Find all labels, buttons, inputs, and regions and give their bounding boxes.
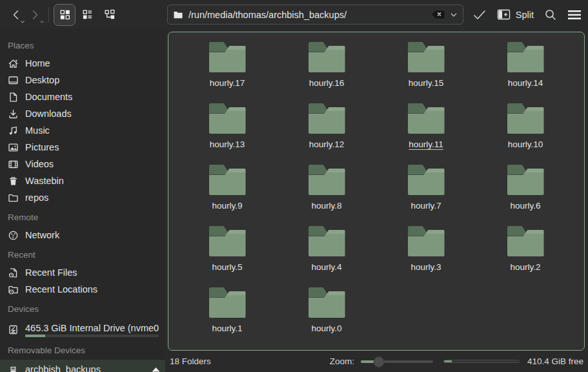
clear-address-icon[interactable] xyxy=(431,10,445,19)
sidebar-item-label: Recent Files xyxy=(25,267,159,278)
sidebar-item-label: repos xyxy=(25,192,159,203)
folder-icon xyxy=(408,165,445,195)
sidebar-item-label: archbish_backups xyxy=(25,364,133,372)
folder-item-hourly-3[interactable]: hourly.3 xyxy=(376,224,476,285)
compact-view-button[interactable] xyxy=(77,4,98,26)
details-view-button[interactable] xyxy=(99,4,121,26)
sidebar-item-465-3-gib-internal-drive-nvme0n1[interactable]: 465.3 GiB Internal Drive (nvme0n1... xyxy=(0,318,165,339)
sidebar-item-label: Home xyxy=(25,58,159,68)
compact-view-icon xyxy=(81,8,94,21)
address-bar[interactable]: /run/media/thomas/archbish_backups/ xyxy=(167,5,463,25)
videos-icon xyxy=(8,159,19,170)
terminal-toggle-check-icon[interactable] xyxy=(472,9,487,21)
split-view-icon xyxy=(497,9,511,20)
address-dropdown-icon[interactable] xyxy=(450,12,458,17)
folder-item-hourly-10[interactable]: hourly.10 xyxy=(476,101,575,163)
folder-icon xyxy=(209,103,246,134)
split-button[interactable]: Split xyxy=(497,9,534,20)
sidebar-item-archbish-backups[interactable]: archbish_backups xyxy=(0,360,165,372)
folder-item-hourly-16[interactable]: hourly.16 xyxy=(277,40,376,101)
folder-view[interactable]: hourly.17hourly.16hourly.15hourly.14hour… xyxy=(168,32,585,351)
recent-locations-icon xyxy=(8,284,19,295)
split-button-label: Split xyxy=(516,10,534,20)
folder-item-hourly-5[interactable]: hourly.5 xyxy=(177,224,277,285)
hamburger-menu-icon[interactable] xyxy=(567,10,582,20)
sidebar-item-repos[interactable]: repos xyxy=(0,189,165,206)
folder-label: hourly.0 xyxy=(311,324,341,333)
sidebar-item-recent-locations[interactable]: Recent Locations xyxy=(0,281,165,298)
folder-item-hourly-7[interactable]: hourly.7 xyxy=(376,163,476,224)
folder-icon xyxy=(408,103,445,134)
back-button[interactable] xyxy=(6,5,25,25)
eject-button[interactable] xyxy=(146,362,165,372)
folder-icon xyxy=(309,42,345,72)
folder-item-hourly-1[interactable]: hourly.1 xyxy=(177,285,277,347)
folder-item-hourly-9[interactable]: hourly.9 xyxy=(177,163,277,224)
downloads-icon xyxy=(8,108,19,119)
folder-label: hourly.14 xyxy=(508,78,543,88)
pictures-icon xyxy=(8,142,19,153)
home-icon xyxy=(8,58,19,69)
sidebar-item-label: Pictures xyxy=(25,142,159,152)
toolbar-separator xyxy=(48,7,49,23)
search-icon[interactable] xyxy=(544,8,557,21)
folder-icon xyxy=(507,42,544,72)
folder-item-hourly-11[interactable]: hourly.11 xyxy=(376,101,476,163)
sidebar-item-label: Desktop xyxy=(25,75,159,85)
sidebar-item-recent-files[interactable]: Recent Files xyxy=(0,264,165,281)
toolbar: /run/media/thomas/archbish_backups/ Spli… xyxy=(0,0,588,29)
folder-icon xyxy=(8,192,19,203)
sidebar: PlacesHomeDesktopDocumentsDownloadsMusic… xyxy=(0,29,165,372)
zoom-slider[interactable] xyxy=(361,356,433,367)
forward-history-caret-icon[interactable] xyxy=(39,20,45,24)
folder-item-hourly-13[interactable]: hourly.13 xyxy=(177,101,277,163)
capacity-meter xyxy=(25,335,159,337)
folder-label: hourly.9 xyxy=(212,201,242,211)
folder-icon xyxy=(209,226,246,256)
sidebar-item-label: Documents xyxy=(25,92,159,102)
address-text[interactable]: /run/media/thomas/archbish_backups/ xyxy=(188,10,426,20)
wastebin-icon xyxy=(8,176,19,187)
folder-item-hourly-6[interactable]: hourly.6 xyxy=(476,163,575,224)
sidebar-item-wastebin[interactable]: Wastebin xyxy=(0,172,165,189)
section-header-places: Places xyxy=(0,34,165,55)
folder-item-hourly-15[interactable]: hourly.15 xyxy=(376,40,476,101)
back-history-caret-icon[interactable] xyxy=(20,20,25,24)
folder-label: hourly.5 xyxy=(212,262,242,272)
folder-item-hourly-2[interactable]: hourly.2 xyxy=(476,224,575,285)
sidebar-item-desktop[interactable]: Desktop xyxy=(0,72,165,88)
folder-item-hourly-12[interactable]: hourly.12 xyxy=(277,101,376,163)
folder-item-hourly-17[interactable]: hourly.17 xyxy=(177,40,277,101)
sidebar-item-videos[interactable]: Videos xyxy=(0,156,165,172)
sidebar-item-documents[interactable]: Documents xyxy=(0,88,165,105)
folder-item-hourly-8[interactable]: hourly.8 xyxy=(277,163,376,224)
folder-label: hourly.2 xyxy=(510,262,540,272)
folder-label: hourly.16 xyxy=(309,78,345,88)
folder-item-hourly-14[interactable]: hourly.14 xyxy=(476,40,575,101)
folder-item-hourly-4[interactable]: hourly.4 xyxy=(277,224,376,285)
section-header-devices: Devices xyxy=(0,298,165,318)
sidebar-item-downloads[interactable]: Downloads xyxy=(0,105,165,122)
folder-label: hourly.10 xyxy=(508,140,543,149)
folder-item-hourly-0[interactable]: hourly.0 xyxy=(277,285,376,347)
folder-icon xyxy=(507,226,544,256)
sidebar-item-network[interactable]: Network xyxy=(0,227,165,243)
sidebar-item-music[interactable]: Music xyxy=(0,122,165,139)
icons-view-button[interactable] xyxy=(54,4,75,26)
section-header-recent: Recent xyxy=(0,243,165,264)
sidebar-item-label: Wastebin xyxy=(25,176,159,186)
zoom-slider-handle[interactable] xyxy=(373,356,384,367)
sidebar-item-pictures[interactable]: Pictures xyxy=(0,139,165,156)
section-header-remote: Remote xyxy=(0,206,165,227)
sidebar-item-label: Network xyxy=(25,230,159,240)
sidebar-item-home[interactable]: Home xyxy=(0,55,165,72)
folder-label: hourly.3 xyxy=(411,262,441,272)
desktop-icon xyxy=(8,75,19,86)
recent-files-icon xyxy=(8,267,19,278)
forward-button[interactable] xyxy=(25,5,44,25)
folder-label: hourly.15 xyxy=(409,78,444,88)
folder-icon xyxy=(209,42,246,72)
folder-label: hourly.17 xyxy=(210,78,245,88)
folder-icon xyxy=(209,165,246,195)
folder-label: hourly.12 xyxy=(309,140,345,149)
